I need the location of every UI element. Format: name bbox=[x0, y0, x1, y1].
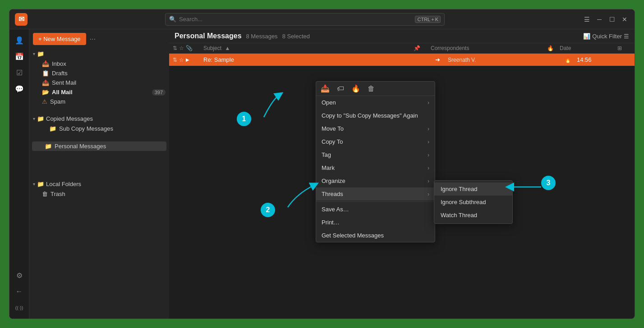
app-icon-symbol: ✉ bbox=[18, 15, 24, 23]
sidebar-item-allmail[interactable]: 📂 All Mail 397 bbox=[29, 87, 169, 97]
table-header: ⇅ ☆ 📎 Subject ▲ 📌 Correspondents 🔥 Date … bbox=[169, 43, 635, 54]
row-date: 14:56 bbox=[577, 56, 631, 63]
calendar-icon-btn[interactable]: 📅 bbox=[12, 49, 27, 64]
ctx-organize-arrow: › bbox=[428, 178, 429, 184]
row-flame: 🔥 bbox=[564, 56, 573, 63]
more-options-button[interactable]: ··· bbox=[88, 33, 97, 45]
icon-sidebar: 👤 📅 ☑ 💬 ⚙ ← ((·)) bbox=[9, 29, 29, 319]
ctx-save-as[interactable]: Save As… bbox=[316, 203, 435, 216]
table-row[interactable]: ⇅ ☆ ▶ Re: Sample ➜ Sreenath V. 🔥 14:56 bbox=[169, 54, 635, 66]
account-folder-icon: 📁 bbox=[37, 50, 44, 57]
minimize-button[interactable]: ─ bbox=[595, 15, 604, 24]
account-expand-icon: ▾ bbox=[33, 51, 35, 56]
ctx-organize-label: Organize bbox=[322, 178, 345, 184]
row-expand-icon[interactable]: ▶ bbox=[186, 57, 193, 62]
content-header: Personal Messages 8 Messages 8 Selected … bbox=[169, 29, 635, 43]
ctx-tag[interactable]: Tag › bbox=[316, 148, 435, 161]
table-col-correspondents[interactable]: Correspondents bbox=[431, 45, 543, 51]
submenu-ignore-subthread[interactable]: Ignore Subthread bbox=[434, 196, 512, 209]
ctx-print[interactable]: Print… bbox=[316, 216, 435, 229]
table-col-date[interactable]: Date bbox=[560, 45, 614, 51]
chat-icon-btn[interactable]: 💬 bbox=[12, 82, 27, 96]
sidebar-item-sent[interactable]: 📤 Sent Mail bbox=[29, 78, 169, 87]
row-correspondent: Sreenath V. bbox=[448, 57, 561, 63]
ctx-copy-to-label: Copy To bbox=[322, 138, 343, 145]
spam-icon: ⚠ bbox=[42, 98, 47, 105]
sidebar-item-personal[interactable]: 📁 Personal Messages bbox=[32, 141, 166, 151]
watch-thread-label: Watch Thread bbox=[441, 212, 477, 219]
close-button[interactable]: ✕ bbox=[620, 15, 629, 24]
row-star-icon[interactable]: ☆ bbox=[179, 57, 184, 63]
ctx-organize[interactable]: Organize › bbox=[316, 174, 435, 187]
local-folder-icon: 📁 bbox=[37, 181, 44, 187]
ctx-mark-arrow: › bbox=[428, 165, 429, 171]
sidebar-item-drafts[interactable]: 📋 Drafts bbox=[29, 68, 169, 78]
ctx-archive-icon[interactable]: 📥 bbox=[321, 84, 330, 93]
sidebar-item-inbox[interactable]: 📥 Inbox bbox=[29, 59, 169, 68]
sidebar-item-sub-copy[interactable]: 📁 Sub Copy Messages bbox=[29, 124, 169, 133]
copied-expand-icon: ▾ bbox=[33, 116, 35, 121]
drafts-label: Drafts bbox=[52, 70, 68, 77]
ctx-threads[interactable]: Threads › bbox=[316, 187, 435, 200]
search-bar[interactable]: 🔍 CTRL + K bbox=[165, 13, 445, 26]
local-folders-label: Local Folders bbox=[46, 181, 81, 187]
maximize-button[interactable]: ☐ bbox=[607, 15, 616, 24]
ctx-mark[interactable]: Mark › bbox=[316, 161, 435, 174]
quick-filter-button[interactable]: 📊 Quick Filter ☰ bbox=[583, 33, 629, 40]
ctx-move-to[interactable]: Move To › bbox=[316, 122, 435, 135]
folder-tree: ▾ 📁 📥 Inbox 📋 Drafts 📤 Sent Mail 📂 bbox=[29, 47, 169, 200]
ctx-mark-label: Mark bbox=[322, 164, 335, 171]
row-subject: Re: Sample bbox=[203, 56, 414, 63]
new-message-button[interactable]: + New Message bbox=[33, 33, 86, 45]
allmail-icon: 📂 bbox=[42, 89, 49, 96]
table-col-flag: 📌 bbox=[414, 45, 427, 51]
ctx-get-selected[interactable]: Get Selected Messages bbox=[316, 229, 435, 242]
back-icon-btn[interactable]: ← bbox=[12, 284, 27, 299]
search-icon: 🔍 bbox=[169, 16, 176, 23]
local-expand-icon: ▾ bbox=[33, 182, 35, 187]
table-col-heat: 🔥 bbox=[547, 45, 556, 51]
date-header: Date bbox=[560, 45, 571, 51]
profile-icon-btn[interactable]: 👤 bbox=[12, 33, 27, 47]
menu-button[interactable]: ☰ bbox=[582, 15, 591, 24]
ctx-label-icon[interactable]: 🏷 bbox=[337, 85, 344, 93]
ctx-move-to-label: Move To bbox=[322, 125, 344, 132]
sub-copy-label: Sub Copy Messages bbox=[59, 125, 113, 132]
ctx-copy-to[interactable]: Copy To › bbox=[316, 135, 435, 148]
attach-col-icon: 📎 bbox=[186, 45, 193, 51]
inbox-label: Inbox bbox=[52, 60, 66, 67]
copied-messages-header[interactable]: ▾ 📁 Copied Messages bbox=[29, 114, 169, 124]
ctx-open[interactable]: Open › bbox=[316, 96, 435, 109]
submenu-watch-thread[interactable]: Watch Thread bbox=[434, 209, 512, 222]
ctx-delete-icon[interactable]: 🗑 bbox=[368, 85, 375, 93]
settings-icon-btn[interactable]: ⚙ bbox=[12, 268, 27, 282]
sidebar-item-trash[interactable]: 🗑 Trash bbox=[29, 189, 169, 199]
ctx-flame-icon[interactable]: 🔥 bbox=[351, 84, 360, 93]
filter-icon: 📊 bbox=[583, 33, 590, 40]
ctx-copy-again[interactable]: Copy to "Sub Copy Messages" Again bbox=[316, 109, 435, 122]
table-col-extra[interactable]: ⊞ bbox=[617, 45, 631, 51]
folder-title: Personal Messages bbox=[175, 32, 242, 40]
ctx-tag-label: Tag bbox=[322, 151, 331, 158]
signal-icon-btn[interactable]: ((·)) bbox=[12, 301, 27, 315]
correspondents-header: Correspondents bbox=[431, 45, 469, 51]
submenu-ignore-thread[interactable]: Ignore Thread bbox=[434, 182, 512, 196]
copied-messages-label: Copied Messages bbox=[46, 115, 93, 122]
table-col-subject[interactable]: Subject ▲ bbox=[203, 45, 410, 51]
personal-messages-label: Personal Messages bbox=[55, 143, 106, 150]
ctx-open-label: Open bbox=[322, 99, 336, 106]
search-input[interactable] bbox=[179, 16, 412, 23]
annotation-2: 2 bbox=[261, 203, 275, 217]
trash-icon: 🗑 bbox=[42, 191, 48, 197]
search-shortcut: CTRL + K bbox=[415, 16, 441, 23]
account-row[interactable]: ▾ 📁 bbox=[29, 49, 169, 59]
quick-filter-label: Quick Filter bbox=[592, 33, 622, 40]
messages-count: 8 Messages bbox=[246, 33, 278, 40]
sidebar-item-spam[interactable]: ⚠ Spam bbox=[29, 97, 169, 106]
tasks-icon-btn[interactable]: ☑ bbox=[12, 65, 27, 80]
annotation-3: 3 bbox=[541, 176, 556, 190]
ctx-tag-arrow: › bbox=[428, 152, 429, 158]
local-folders-header[interactable]: ▾ 📁 Local Folders bbox=[29, 179, 169, 189]
ctx-move-to-arrow: › bbox=[428, 126, 429, 132]
sort-icon: ⇅ bbox=[173, 45, 177, 51]
